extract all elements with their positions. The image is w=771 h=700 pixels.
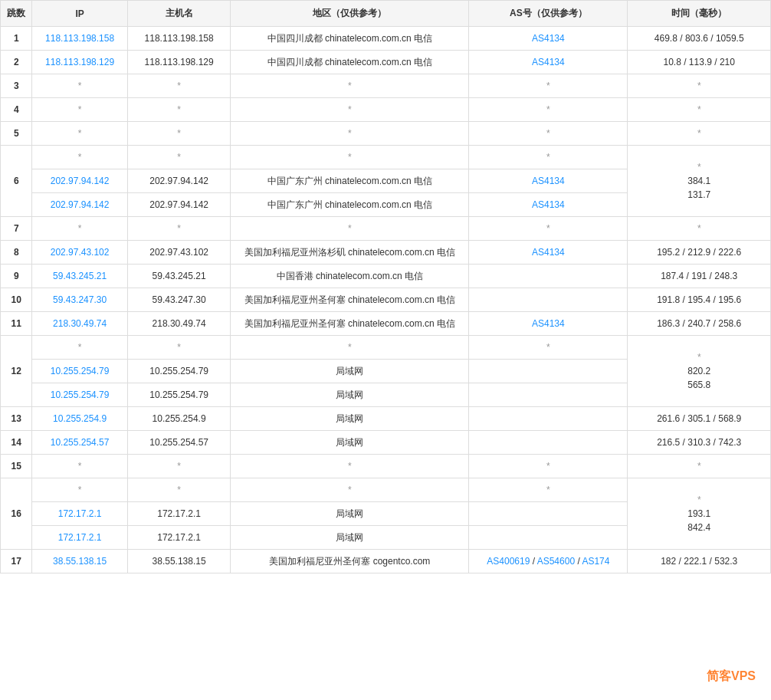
table-row: 12*****820.2565.8 <box>1 336 771 360</box>
host-cell: 202.97.43.102 <box>127 241 231 265</box>
hop-number: 12 <box>1 336 32 407</box>
hop-number: 1 <box>1 27 32 51</box>
hop-number: 17 <box>1 550 32 573</box>
host-cell: 10.255.254.57 <box>127 431 231 455</box>
region-cell: 局域网 <box>231 431 469 455</box>
host-cell: 10.255.254.79 <box>127 383 231 407</box>
ip-cell: * <box>32 146 127 169</box>
hop-number: 4 <box>1 98 32 122</box>
ip-cell[interactable]: 202.97.43.102 <box>32 241 127 265</box>
as-cell[interactable]: AS4134 <box>469 193 628 217</box>
as-cell <box>469 265 628 288</box>
region-cell: 美国加利福尼亚州圣何塞 chinatelecom.com.cn 电信 <box>231 288 469 312</box>
time-cell: 261.6 / 305.1 / 568.9 <box>628 407 771 431</box>
hop-number: 16 <box>1 478 32 550</box>
as-cell <box>469 431 628 455</box>
region-cell: 中国四川成都 chinatelecom.com.cn 电信 <box>231 51 469 74</box>
ip-cell[interactable]: 118.113.198.129 <box>32 51 127 74</box>
as-cell: * <box>469 122 628 146</box>
time-cell: *820.2565.8 <box>628 336 771 407</box>
col-header-time: 时间（毫秒） <box>628 1 771 27</box>
as-cell <box>469 407 628 431</box>
ip-cell: * <box>32 478 127 502</box>
ip-cell: * <box>32 217 127 241</box>
as-cell: * <box>469 478 628 502</box>
as-cell[interactable]: AS400619 / AS54600 / AS174 <box>469 550 628 573</box>
ip-cell[interactable]: 10.255.254.57 <box>32 431 127 455</box>
ip-cell[interactable]: 118.113.198.158 <box>32 27 127 51</box>
table-row: 6*****384.1131.7 <box>1 146 771 169</box>
as-cell: * <box>469 217 628 241</box>
as-cell <box>469 360 628 383</box>
traceroute-table: 跳数 IP 主机名 地区（仅供参考） AS号（仅供参考） 时间（毫秒） 1118… <box>0 0 771 573</box>
region-cell: * <box>231 217 469 241</box>
table-row: 15***** <box>1 455 771 478</box>
host-cell: 172.17.2.1 <box>127 502 231 526</box>
region-cell: 局域网 <box>231 502 469 526</box>
ip-cell[interactable]: 202.97.94.142 <box>32 169 127 193</box>
region-cell: 中国四川成都 chinatelecom.com.cn 电信 <box>231 27 469 51</box>
host-cell: * <box>127 336 231 360</box>
time-cell: *193.1842.4 <box>628 478 771 550</box>
ip-cell[interactable]: 10.255.254.79 <box>32 360 127 383</box>
ip-cell[interactable]: 172.17.2.1 <box>32 502 127 526</box>
region-cell: * <box>231 146 469 169</box>
ip-cell[interactable]: 59.43.247.30 <box>32 288 127 312</box>
as-cell[interactable]: AS4134 <box>469 312 628 336</box>
time-cell: 187.4 / 191 / 248.3 <box>628 265 771 288</box>
time-cell: 182 / 222.1 / 532.3 <box>628 550 771 573</box>
hop-number: 8 <box>1 241 32 265</box>
ip-cell[interactable]: 38.55.138.15 <box>32 550 127 573</box>
as-cell[interactable]: AS4134 <box>469 27 628 51</box>
region-cell: 美国加利福尼亚州洛杉矶 chinatelecom.com.cn 电信 <box>231 241 469 265</box>
ip-cell[interactable]: 10.255.254.79 <box>32 383 127 407</box>
as-cell[interactable]: AS4134 <box>469 241 628 265</box>
col-header-host: 主机名 <box>127 1 231 27</box>
hop-number: 6 <box>1 146 32 217</box>
hop-number: 11 <box>1 312 32 336</box>
region-cell: 美国加利福尼亚州圣何塞 chinatelecom.com.cn 电信 <box>231 312 469 336</box>
region-cell: * <box>231 478 469 502</box>
host-cell: 118.113.198.158 <box>127 27 231 51</box>
host-cell: 202.97.94.142 <box>127 169 231 193</box>
col-header-ip: IP <box>32 1 127 27</box>
as-cell: * <box>469 455 628 478</box>
hop-number: 15 <box>1 455 32 478</box>
host-cell: * <box>127 146 231 169</box>
ip-cell[interactable]: 59.43.245.21 <box>32 265 127 288</box>
host-cell: 118.113.198.129 <box>127 51 231 74</box>
host-cell: * <box>127 455 231 478</box>
table-row: 4***** <box>1 98 771 122</box>
as-cell[interactable]: AS4134 <box>469 169 628 193</box>
ip-cell[interactable]: 218.30.49.74 <box>32 312 127 336</box>
as-cell <box>469 383 628 407</box>
ip-cell[interactable]: 202.97.94.142 <box>32 193 127 217</box>
time-cell: * <box>628 217 771 241</box>
host-cell: * <box>127 122 231 146</box>
table-row: 11218.30.49.74218.30.49.74美国加利福尼亚州圣何塞 ch… <box>1 312 771 336</box>
as-cell: * <box>469 98 628 122</box>
table-row: 1118.113.198.158118.113.198.158中国四川成都 ch… <box>1 27 771 51</box>
region-cell: * <box>231 98 469 122</box>
table-row: 7***** <box>1 217 771 241</box>
hop-number: 14 <box>1 431 32 455</box>
host-cell: 38.55.138.15 <box>127 550 231 573</box>
table-row: 1410.255.254.5710.255.254.57局域网216.5 / 3… <box>1 431 771 455</box>
host-cell: 202.97.94.142 <box>127 193 231 217</box>
time-cell: 216.5 / 310.3 / 742.3 <box>628 431 771 455</box>
time-cell: 10.8 / 113.9 / 210 <box>628 51 771 74</box>
time-cell: * <box>628 122 771 146</box>
as-cell[interactable]: AS4134 <box>469 51 628 74</box>
host-cell: * <box>127 478 231 502</box>
ip-cell[interactable]: 10.255.254.9 <box>32 407 127 431</box>
ip-cell: * <box>32 336 127 360</box>
ip-cell: * <box>32 74 127 98</box>
as-cell: * <box>469 74 628 98</box>
hop-number: 3 <box>1 74 32 98</box>
host-cell: 172.17.2.1 <box>127 526 231 550</box>
region-cell: 局域网 <box>231 407 469 431</box>
region-cell: * <box>231 455 469 478</box>
as-cell: * <box>469 336 628 360</box>
region-cell: 局域网 <box>231 383 469 407</box>
ip-cell[interactable]: 172.17.2.1 <box>32 526 127 550</box>
